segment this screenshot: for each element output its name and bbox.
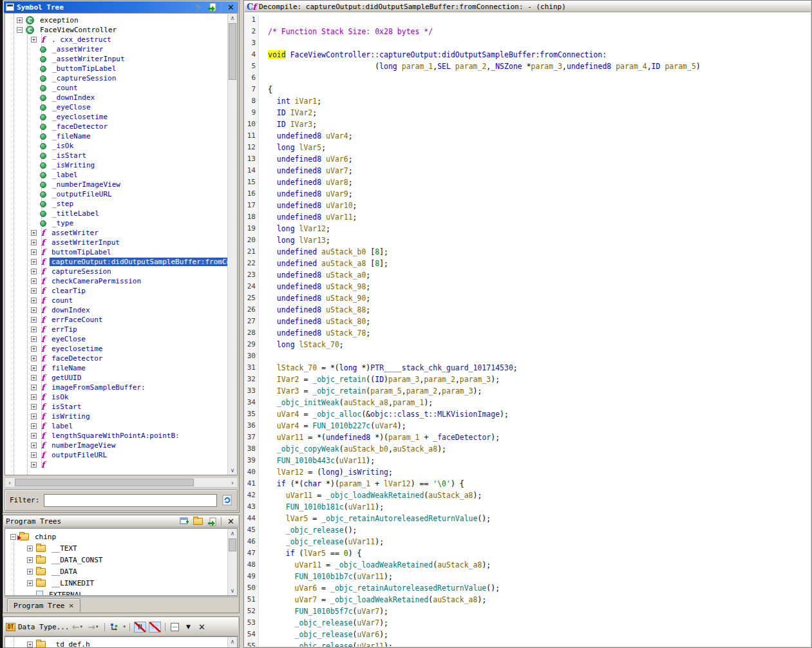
code-line[interactable]: _objc_initWeak(auStack_a8,param_1); xyxy=(259,397,433,408)
tree-item[interactable]: +fgetUUID xyxy=(5,373,227,383)
code-line[interactable]: undefined8 uStack_78; xyxy=(259,327,370,339)
code-token-k[interactable]: undefined xyxy=(277,259,317,268)
tree-item[interactable]: +ferrTip xyxy=(5,325,227,334)
code-token[interactable]: ); xyxy=(473,386,482,395)
code-token[interactable] xyxy=(268,572,295,581)
tree-item[interactable]: _eyeclosetime xyxy=(5,112,227,122)
code-line[interactable]: long lVar5; xyxy=(259,142,326,153)
tree-item[interactable]: +fcheckCameraPermission xyxy=(5,276,227,286)
tree-item[interactable]: _fileName xyxy=(5,131,227,141)
tree-item[interactable]: +fcount xyxy=(5,296,227,305)
code-token-v[interactable]: uVar7 xyxy=(326,166,348,175)
code-token-f[interactable]: FUN_1010b1b7c xyxy=(295,572,353,581)
code-line[interactable]: uVar4 = FUN_1010b227c(uVar4); xyxy=(259,420,406,432)
code-line[interactable]: undefined8 uStack_88; xyxy=(259,304,370,316)
code-token[interactable] xyxy=(268,143,277,152)
code-token[interactable] xyxy=(268,433,277,442)
tree-item-label[interactable]: _eyeClose xyxy=(50,103,93,111)
code-token[interactable]: ); xyxy=(379,607,388,616)
tree-item[interactable]: +f. cxx_destruct xyxy=(5,35,227,44)
tree-item-label[interactable]: _step xyxy=(50,200,75,208)
code-token-v[interactable]: IVar3 xyxy=(290,120,313,129)
code-token[interactable]: ) { xyxy=(348,549,362,558)
code-token[interactable] xyxy=(286,50,290,59)
tree-item-label[interactable]: _eyeclosetime xyxy=(50,113,109,121)
code-token-f[interactable]: _objc_copyWeak xyxy=(277,444,339,453)
code-token[interactable] xyxy=(268,189,277,198)
code-token[interactable] xyxy=(268,201,277,210)
tree-item-label[interactable]: EXTERNAL xyxy=(47,591,85,596)
code-token[interactable] xyxy=(321,305,326,314)
code-token[interactable] xyxy=(321,294,326,303)
tree-item-label[interactable]: count xyxy=(50,296,75,305)
tree-item-label[interactable]: clearTip xyxy=(50,287,88,295)
code-token[interactable]: ; xyxy=(366,271,370,280)
code-token[interactable] xyxy=(268,375,277,384)
code-token-f[interactable]: _objc_initWeak xyxy=(277,398,339,407)
tree-item-label[interactable]: _captureSession xyxy=(50,74,118,82)
expander-icon[interactable]: + xyxy=(27,642,33,647)
code-token[interactable] xyxy=(268,271,277,280)
code-token[interactable]: ( xyxy=(353,642,357,647)
code-token[interactable] xyxy=(295,236,299,245)
code-line[interactable]: undefined8 uStack_90; xyxy=(259,292,370,304)
code-token-v[interactable]: IVar3 xyxy=(277,386,299,395)
code-line[interactable]: _objc_release(); xyxy=(259,524,357,536)
code-token-v[interactable]: param_1 xyxy=(339,479,370,488)
code-token-v[interactable]: uVar4 xyxy=(326,131,348,140)
code-token[interactable]: = *( xyxy=(317,363,339,372)
code-token-f[interactable]: _objc_retain xyxy=(312,375,366,384)
code-token-k[interactable]: char xyxy=(303,479,321,488)
code-token[interactable] xyxy=(268,560,295,569)
associate-archives-icon[interactable] xyxy=(109,622,120,632)
tree-item-label[interactable]: numberImageView xyxy=(50,441,117,450)
code-token-v[interactable]: uVar9 xyxy=(326,189,348,198)
expander-icon[interactable]: + xyxy=(31,433,37,439)
code-line[interactable]: /* Function Stack Size: 0x28 bytes */ xyxy=(259,26,433,37)
dropdown-icon[interactable]: ▾ xyxy=(96,624,99,629)
code-token-h[interactable]: void xyxy=(268,50,286,59)
tree-item[interactable]: _faceDetector xyxy=(5,122,227,131)
tree-item-label[interactable]: _td_def.h xyxy=(50,640,92,648)
code-line[interactable]: undefined8 uVar9; xyxy=(259,188,353,200)
code-token[interactable]: = xyxy=(299,375,312,384)
code-token[interactable] xyxy=(268,421,277,430)
code-token[interactable]: [ xyxy=(366,259,375,268)
code-token[interactable] xyxy=(295,224,299,233)
code-token[interactable] xyxy=(295,143,299,152)
code-token-l[interactable]: '\0' xyxy=(433,479,451,488)
code-token-k[interactable]: undefined8 xyxy=(326,433,370,442)
tree-item[interactable]: _eyeClose xyxy=(5,102,227,112)
back-button[interactable]: ←▾ xyxy=(71,622,82,632)
code-token-f[interactable]: FUN_1010b443c xyxy=(277,456,335,465)
code-token-k[interactable]: if xyxy=(286,549,295,558)
code-token[interactable]: = xyxy=(317,595,330,604)
scroll-left-icon[interactable]: ‹ xyxy=(5,478,14,487)
expander-icon[interactable]: + xyxy=(17,17,23,23)
code-line[interactable]: lVar5 = _objc_retainAutoreleasedReturnVa… xyxy=(259,513,491,524)
code-token-v[interactable]: param_3 xyxy=(531,62,562,71)
code-token[interactable] xyxy=(268,120,277,129)
code-token-v[interactable]: lVar5 xyxy=(299,143,322,152)
code-token-v[interactable]: uVar6 xyxy=(357,630,380,639)
tree-item[interactable]: +feyeclosetime xyxy=(5,344,227,354)
code-token[interactable]: ); xyxy=(379,618,388,627)
code-token-v[interactable]: auStack_a8 xyxy=(433,595,477,604)
code-token[interactable] xyxy=(268,642,295,647)
code-token[interactable]: ) xyxy=(339,468,344,477)
code-token-v[interactable]: auStack_a8 xyxy=(393,444,437,453)
code-token[interactable]: ); xyxy=(424,398,433,407)
code-line[interactable]: long lVar13; xyxy=(259,234,330,246)
code-token[interactable]: , xyxy=(388,444,393,453)
code-token[interactable]: , xyxy=(455,375,460,384)
code-token[interactable]: ; xyxy=(348,155,353,164)
code-line[interactable]: undefined auStack_b0 [8]; xyxy=(259,246,388,258)
code-token-v[interactable]: uVar11 xyxy=(348,502,375,511)
tree-item-label[interactable]: buttomTipLabel xyxy=(50,248,113,256)
code-line[interactable]: ID IVar3; xyxy=(259,119,317,130)
code-line[interactable]: _objc_release(uVar11); xyxy=(259,536,384,548)
code-token-v[interactable]: uVar11 xyxy=(357,642,384,647)
code-token[interactable] xyxy=(321,201,326,210)
code-token-k[interactable]: long xyxy=(379,62,397,71)
decompile-titlebar[interactable]: Cf Decompile: captureOutput:didOutputSam… xyxy=(245,1,811,12)
